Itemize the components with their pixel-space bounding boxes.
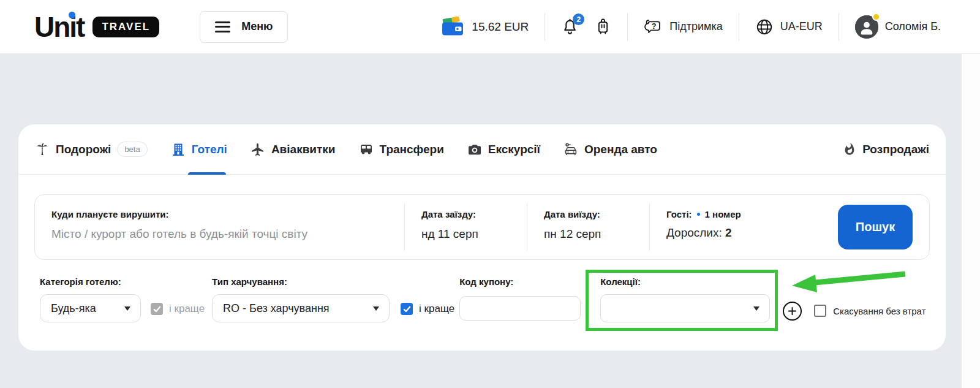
tab-flights[interactable]: Авіаквитки [251, 124, 336, 174]
coupon-input[interactable] [459, 296, 581, 321]
locale-label: UA-EUR [780, 20, 823, 33]
checkin-value: нд 11 серп [421, 227, 527, 241]
free-cancellation-option[interactable]: Скасування без втрат [814, 305, 925, 317]
header-divider [739, 13, 739, 41]
car-key-icon [564, 142, 578, 157]
tab-flights-label: Авіаквитки [271, 143, 336, 156]
hotel-category-value: Будь-яка [51, 302, 96, 315]
collections-label: Колекції: [600, 276, 766, 287]
notifications-button[interactable]: 2 [561, 17, 579, 36]
checkin-label: Дата заїзду: [421, 209, 527, 219]
wallet-balance[interactable]: 15.62 EUR [440, 17, 529, 37]
support-button[interactable]: ? Підтримка [644, 18, 722, 36]
category-better-label: і краще [169, 303, 205, 315]
guests-label: Гості: [666, 209, 692, 219]
product-tabs: Подорожі beta Гот [18, 124, 946, 175]
tab-car-rental[interactable]: Оренда авто [564, 124, 657, 174]
guests-section[interactable]: Гості: 1 номер Дорослих: 2 [650, 195, 838, 259]
tab-hotels[interactable]: Готелі [171, 124, 227, 174]
meal-better-label: і краще [419, 303, 454, 315]
coupon-filter: Код купону: [459, 276, 581, 321]
chevron-down-icon [124, 306, 130, 311]
meal-type-label: Тип харчування: [212, 276, 390, 287]
tab-trips[interactable]: Подорожі beta [35, 124, 148, 174]
search-button[interactable]: Пошук [838, 205, 913, 249]
header-divider [545, 13, 545, 41]
adults-label: Дорослих: [666, 226, 722, 239]
checked-disabled-checkbox [151, 303, 163, 315]
destination-section[interactable]: Куди плануєте вирушити: [35, 195, 404, 259]
hotel-category-filter: Категорія готелю: Будь-яка [40, 276, 141, 322]
svg-text:?: ? [652, 22, 657, 31]
search-card: Подорожі beta Гот [18, 124, 946, 351]
support-label: Підтримка [669, 20, 722, 33]
tab-excursions-label: Екскурсії [488, 143, 540, 156]
header-divider [839, 13, 839, 41]
meal-type-select[interactable]: RO - Без харчування [212, 294, 390, 322]
unchecked-checkbox [814, 305, 826, 317]
globe-icon [755, 18, 774, 36]
adults-count: 2 [725, 226, 732, 239]
right-gutter [962, 54, 980, 388]
bus-icon [359, 142, 374, 157]
trips-luggage-button[interactable] [595, 17, 611, 36]
wallet-amount: 15.62 EUR [472, 20, 529, 34]
notification-count-badge: 2 [573, 13, 584, 25]
free-cancellation-label: Скасування без втрат [833, 306, 925, 316]
checkout-section[interactable]: Дата виїзду: пн 12 серп [527, 195, 649, 259]
destination-input[interactable] [51, 227, 390, 241]
hamburger-icon [215, 21, 230, 32]
meal-type-filter: Тип харчування: RO - Без харчування [212, 276, 390, 322]
chevron-down-icon [753, 306, 760, 311]
hotel-search-bar: Куди плануєте вирушити: Дата заїзду: нд … [34, 194, 930, 260]
checkin-section[interactable]: Дата заїзду: нд 11 серп [405, 195, 527, 259]
chevron-down-icon [373, 306, 379, 311]
tab-transfers[interactable]: Трансфери [359, 124, 444, 174]
tab-sales-label: Розпродажі [862, 143, 929, 156]
category-and-better-option[interactable]: і краще [151, 303, 205, 315]
status-dot [872, 13, 880, 21]
tab-hotels-label: Готелі [192, 143, 227, 156]
airplane-icon [251, 142, 265, 157]
menu-button[interactable]: Меню [200, 11, 288, 43]
tab-excursions[interactable]: Екскурсії [467, 124, 540, 174]
hotel-category-label: Категорія готелю: [40, 276, 141, 287]
luggage-icon [595, 17, 611, 36]
meal-and-better-option[interactable]: і краще [401, 303, 454, 315]
tab-car-rental-label: Оренда авто [584, 143, 657, 156]
checkout-value: пн 12 серп [544, 227, 649, 241]
bullet-dot [697, 213, 700, 216]
avatar [855, 15, 878, 39]
support-chat-icon: ? [644, 18, 663, 36]
checked-checkbox [401, 303, 413, 315]
palm-tree-icon [35, 142, 50, 157]
user-name: Соломія Б. [885, 20, 941, 33]
beta-badge: beta [117, 142, 147, 157]
coupon-label: Код купону: [459, 276, 581, 287]
hotel-category-select[interactable]: Будь-яка [40, 294, 141, 322]
camera-icon [467, 142, 482, 157]
tab-sales[interactable]: Розпродажі [843, 124, 929, 174]
brand-wordmark: Unit [34, 13, 84, 41]
locale-currency-selector[interactable]: UA-EUR [755, 18, 823, 36]
logo-blue-dot-i: i [69, 13, 76, 41]
flame-icon [843, 142, 856, 156]
user-account-button[interactable]: Соломія Б. [855, 15, 941, 39]
menu-label: Меню [241, 20, 273, 33]
wallet-icon [440, 17, 465, 37]
top-header: Unit TRAVEL Меню 15.62 EUR [0, 0, 980, 54]
tab-transfers-label: Трансфери [380, 143, 444, 156]
collections-annotation-box: Колекції: [586, 270, 778, 331]
meal-type-value: RO - Без харчування [223, 302, 329, 315]
rooms-value: 1 номер [705, 209, 741, 219]
hotel-building-icon [171, 142, 186, 157]
collections-select[interactable] [600, 294, 770, 322]
tab-trips-label: Подорожі [56, 143, 111, 156]
add-collection-button[interactable] [783, 302, 802, 321]
checkout-label: Дата виїзду: [544, 209, 649, 219]
filters-row: Категорія готелю: Будь-яка і краще Тип х… [18, 276, 946, 331]
brand-logo[interactable]: Unit TRAVEL [34, 13, 159, 41]
brand-travel-badge: TRAVEL [92, 17, 159, 37]
page-background: Подорожі beta Гот [0, 54, 980, 388]
header-divider [627, 13, 628, 41]
